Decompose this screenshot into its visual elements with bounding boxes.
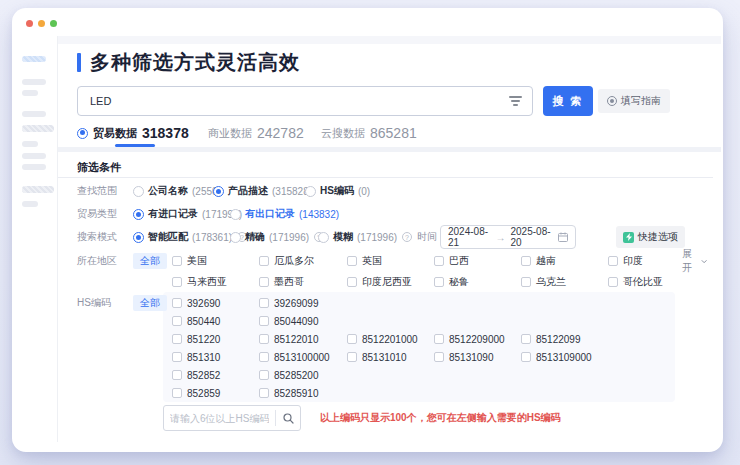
checkbox-icon [172,316,182,326]
sidebar-item[interactable] [22,90,38,96]
sidebar-item[interactable] [22,201,38,207]
radio-icon [230,209,241,220]
checkbox-hs-code[interactable]: 85122010 [259,331,319,347]
hs-all-tag[interactable]: 全部 [133,295,167,311]
quick-options-button[interactable]: 快捷选项 [616,226,685,248]
radio-label: 产品描述 [228,184,268,198]
radio-product-desc[interactable]: 产品描述 (315828) [213,183,312,199]
radio-hs-code[interactable]: HS编码 (0) [305,183,370,199]
checkbox-hs-code[interactable]: 85131010 [347,349,407,365]
checkbox-hs-code[interactable]: 85044090 [259,313,319,329]
checkbox-hs-code[interactable]: 85131090 [434,349,494,365]
close-window-icon[interactable] [26,20,33,27]
target-icon [77,128,88,139]
checkbox-region[interactable]: 巴西 [434,253,469,269]
checkbox-hs-code[interactable]: 852852 [172,367,220,383]
tab-cloud-data[interactable]: 云搜数据 865281 [321,122,417,144]
date-range-picker[interactable]: 2024-08-21 → 2025-08-20 [440,225,576,249]
radio-icon [133,186,144,197]
checkbox-region[interactable]: 印度尼西亚 [347,274,412,290]
hs-code-input[interactable] [164,413,275,424]
checkbox-hs-code[interactable]: 8512209000 [434,331,505,347]
radio-count: (171996) [357,232,397,243]
checkbox-label: 85285200 [274,370,319,381]
filter-lines-icon[interactable] [509,96,522,106]
radio-selected-icon [133,209,144,220]
checkbox-hs-code[interactable]: 8513109000 [521,349,592,365]
checkbox-region[interactable]: 秘鲁 [434,274,469,290]
tab-trade-data[interactable]: 贸易数据 318378 [77,122,189,144]
radio-export-records[interactable]: 有出口记录 (143832) [230,206,339,222]
checkbox-hs-code[interactable]: 8512201000 [347,331,418,347]
checkbox-icon [259,277,269,287]
help-icon[interactable]: ? [402,232,412,242]
checkbox-region[interactable]: 越南 [521,253,556,269]
radio-import-records[interactable]: 有进口记录 (171996) [133,206,242,222]
checkbox-icon [172,370,182,380]
row-search-scope: 查找范围 公司名称 (2550) 产品描述 (315828) HS编码 (0) [77,183,707,199]
checkbox-icon [259,388,269,398]
search-input[interactable] [78,95,509,107]
checkbox-hs-code[interactable]: 39269099 [259,295,319,311]
checkbox-region[interactable]: 英国 [347,253,382,269]
filter-section-title: 筛选条件 [77,160,121,175]
expand-button[interactable]: 展开 [682,253,707,269]
sidebar-item-active[interactable] [22,56,46,62]
checkbox-hs-code[interactable]: 851220 [172,331,220,347]
radio-exact-match[interactable]: 精确 (171996) ? [230,229,324,245]
tab-label: 贸易数据 [93,126,137,141]
checkbox-label: 392690 [187,298,220,309]
region-all-tag[interactable]: 全部 [133,253,167,269]
sidebar-item[interactable] [22,141,38,147]
radio-company-name[interactable]: 公司名称 (2550) [133,183,221,199]
sidebar-item[interactable] [22,111,46,117]
checkbox-icon [259,256,269,266]
sidebar-item[interactable] [22,164,46,170]
sidebar-item[interactable] [22,186,54,193]
checkbox-hs-code[interactable]: 85285200 [259,367,319,383]
fill-guide-button[interactable]: 填写指南 [598,89,670,113]
checkbox-region[interactable]: 印度 [608,253,643,269]
checkbox-hs-code[interactable]: 851310 [172,349,220,365]
row-label: 贸易类型 [77,206,117,222]
search-button[interactable]: 搜 索 [543,86,593,116]
row-trade-type: 贸易类型 有进口记录 (171996) 有出口记录 (143832) [77,206,707,222]
radio-label: HS编码 [320,184,354,198]
row-search-mode: 搜索模式 智能匹配 (178361) ? 精确 (171996) ? 模糊 (1… [77,229,707,245]
checkbox-label: 851310 [187,352,220,363]
maximize-window-icon[interactable] [50,20,57,27]
checkbox-region[interactable]: 厄瓜多尔 [259,253,314,269]
title-accent-bar [77,53,81,72]
sidebar-item[interactable] [22,125,54,132]
checkbox-region[interactable]: 哥伦比亚 [608,274,663,290]
checkbox-region[interactable]: 墨西哥 [259,274,304,290]
checkbox-hs-code[interactable]: 392690 [172,295,220,311]
radio-fuzzy-match[interactable]: 模糊 (171996) ? [318,229,412,245]
checkbox-icon [259,334,269,344]
search-hs-button[interactable] [276,406,300,430]
sidebar-item[interactable] [22,79,46,85]
checkbox-region[interactable]: 乌克兰 [521,274,566,290]
checkbox-hs-code[interactable]: 852859 [172,385,220,401]
checkbox-hs-code[interactable]: 85122099 [521,331,581,347]
checkbox-label: 85044090 [274,316,319,327]
page-background: 多种筛选方式灵活高效 搜 索 填写指南 贸易数据 318378 商业数据 242… [0,0,740,465]
tab-business-data[interactable]: 商业数据 242782 [208,122,304,144]
row-region-2: 马来西亚 墨西哥 印度尼西亚 秘鲁 乌克兰 哥伦比亚 [77,274,707,290]
quick-options-label: 快捷选项 [638,230,678,244]
guide-circle-icon [607,96,617,106]
row-label: 搜索模式 [77,229,117,245]
section-separator [58,147,721,152]
checkbox-hs-code[interactable]: 8513100000 [259,349,330,365]
checkbox-hs-code[interactable]: 850440 [172,313,220,329]
checkbox-hs-code[interactable]: 85285910 [259,385,319,401]
row-label: 查找范围 [77,183,117,199]
search-box [77,86,533,116]
radio-label: 智能匹配 [148,230,188,244]
minimize-window-icon[interactable] [38,20,45,27]
checkbox-label: 哥伦比亚 [623,275,663,289]
checkbox-icon [172,388,182,398]
sidebar-item[interactable] [22,153,46,159]
checkbox-region[interactable]: 马来西亚 [172,274,227,290]
checkbox-region[interactable]: 美国 [172,253,207,269]
